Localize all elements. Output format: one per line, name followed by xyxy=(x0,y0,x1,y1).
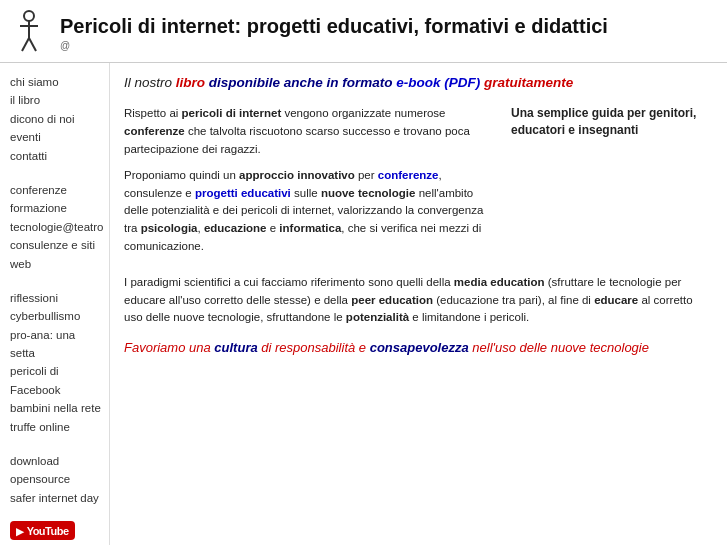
youtube-tube: Tube xyxy=(45,525,68,537)
sidebar-item-contatti[interactable]: contatti xyxy=(10,147,101,165)
svg-line-3 xyxy=(22,38,29,51)
sidebar-item-formazione[interactable]: formazione xyxy=(10,199,101,217)
bold-informatica: informatica xyxy=(279,222,341,234)
sidebar-item-proana[interactable]: pro-ana: una setta xyxy=(10,326,101,363)
sidebar-item-consulenze[interactable]: consulenze e siti web xyxy=(10,236,101,273)
youtube-badge: ▶ YouTube xyxy=(10,521,75,540)
bold-approccio: approccio innovativo xyxy=(239,169,355,181)
paragraph-1: Rispetto ai pericoli di internet vengono… xyxy=(124,105,497,158)
sidebar-item-facebook-pericoli[interactable]: pericoli di Facebook xyxy=(10,362,101,399)
sidebar-item-chi-siamo[interactable]: chi siamo xyxy=(10,73,101,91)
sidebar-group-services: conferenze formazione tecnologie@teatro … xyxy=(10,181,101,273)
sidebar: chi siamo il libro dicono di noi eventi … xyxy=(0,63,110,545)
intro-line: Il nostro libro disponibile anche in for… xyxy=(124,73,711,93)
right-col-title: Una semplice guida per genitori, educato… xyxy=(511,105,711,139)
bold-nuove-tecnologie: nuove tecnologie xyxy=(321,187,416,199)
paragraph-2: Proponiamo quindi un approccio innovativ… xyxy=(124,167,497,256)
bottom-paragraph: I paradigmi scientifici a cui facciamo r… xyxy=(124,274,711,327)
sidebar-group-resources: download opensource safer internet day xyxy=(10,452,101,507)
sidebar-item-eventi[interactable]: eventi xyxy=(10,128,101,146)
site-logo xyxy=(10,8,48,56)
bold-educazione: educazione xyxy=(204,222,267,234)
svg-point-0 xyxy=(24,11,34,21)
sidebar-item-bambini[interactable]: bambini nella rete xyxy=(10,399,101,417)
social-area: ▶ YouTube twitter facebook xyxy=(10,521,101,545)
sidebar-item-opensource[interactable]: opensource xyxy=(10,470,101,488)
intro-word-ebook: e-book (PDF) xyxy=(396,75,484,90)
sidebar-item-tecnologie[interactable]: tecnologie@teatro xyxy=(10,218,101,236)
svg-line-4 xyxy=(29,38,36,51)
youtube-link[interactable]: ▶ YouTube xyxy=(10,525,75,537)
bold-potenzialita: potenzialità xyxy=(346,311,409,323)
tagline-consapevolezza: consapevolezza xyxy=(370,340,469,355)
youtube-label: You xyxy=(27,525,45,537)
bold-psicologia: psicologia xyxy=(141,222,198,234)
sidebar-item-riflessioni[interactable]: riflessioni xyxy=(10,289,101,307)
main-content: Il nostro libro disponibile anche in for… xyxy=(110,63,727,545)
content-area: chi siamo il libro dicono di noi eventi … xyxy=(0,63,727,545)
sidebar-item-cyberbullismo[interactable]: cyberbullismo xyxy=(10,307,101,325)
intro-word-gratuitamente: gratuitamente xyxy=(484,75,573,90)
header: Pericoli di internet: progetti educativi… xyxy=(0,0,727,63)
sidebar-item-truffe[interactable]: truffe online xyxy=(10,418,101,436)
sidebar-item-conferenze[interactable]: conferenze xyxy=(10,181,101,199)
intro-word-nostro: Il nostro xyxy=(124,75,176,90)
intro-word-libro: libro xyxy=(176,75,209,90)
right-column: Una semplice guida per genitori, educato… xyxy=(511,105,711,264)
tagline: Favoriamo una cultura di responsabilità … xyxy=(124,339,711,357)
bold-educare: educare xyxy=(594,294,638,306)
page-title: Pericoli di internet: progetti educativi… xyxy=(60,14,608,38)
bold-conferenze: conferenze xyxy=(124,125,185,137)
left-column: Rispetto ai pericoli di internet vengono… xyxy=(124,105,497,264)
at-symbol: @ xyxy=(60,40,608,51)
youtube-icon: ▶ xyxy=(16,526,24,537)
sidebar-item-download[interactable]: download xyxy=(10,452,101,470)
tagline-cultura: cultura xyxy=(214,340,257,355)
bold-peer-education: peer education xyxy=(351,294,433,306)
bold-pericoli: pericoli di internet xyxy=(182,107,282,119)
link-conferenze: conferenze xyxy=(378,169,439,181)
sidebar-group-main: chi siamo il libro dicono di noi eventi … xyxy=(10,73,101,165)
sidebar-item-safer[interactable]: safer internet day xyxy=(10,489,101,507)
bold-media-education: media education xyxy=(454,276,545,288)
sidebar-group-topics: riflessioni cyberbullismo pro-ana: una s… xyxy=(10,289,101,436)
sidebar-item-dicono[interactable]: dicono di noi xyxy=(10,110,101,128)
two-col-section: Rispetto ai pericoli di internet vengono… xyxy=(124,105,711,264)
intro-word-disponibile: disponibile anche in formato xyxy=(209,75,397,90)
sidebar-item-il-libro[interactable]: il libro xyxy=(10,91,101,109)
link-progetti: progetti educativi xyxy=(195,187,291,199)
